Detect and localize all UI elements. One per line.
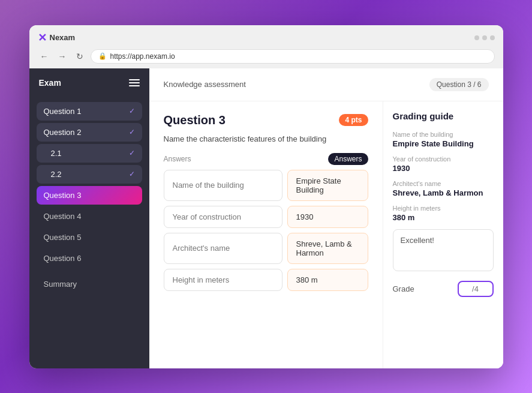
main-content: Knowledge assessment Question 3 / 6 Ques… xyxy=(149,68,503,368)
check-icon-q1: ✓ xyxy=(129,107,135,115)
guide-field-value-architect: Shreve, Lamb & Harmon xyxy=(393,188,494,197)
refresh-button[interactable]: ↻ xyxy=(74,50,86,62)
pts-badge: 4 pts xyxy=(339,114,368,126)
sidebar-item-q22[interactable]: 2.2 ✓ xyxy=(37,165,142,184)
guide-field-building: Name of the building Empire State Buildi… xyxy=(393,131,494,148)
sidebar-summary-label: Summary xyxy=(44,280,77,289)
sidebar-item-q4[interactable]: Question 4 xyxy=(37,207,142,226)
guide-field-label-height: Height in meters xyxy=(393,205,494,212)
guide-field-label-architect: Architect's name xyxy=(393,180,494,187)
question-counter: Question 3 / 6 xyxy=(429,78,489,91)
sidebar-item-label: Question 4 xyxy=(44,212,82,221)
grade-input[interactable] xyxy=(458,281,494,297)
knowledge-assessment-title: Knowledge assessment xyxy=(164,80,246,89)
guide-field-label-building: Name of the building xyxy=(393,131,494,138)
check-icon-q21: ✓ xyxy=(129,149,135,157)
answer-value-1: Empire State Building xyxy=(287,170,368,201)
answers-header: Answers Answers xyxy=(164,153,368,165)
browser-dot-2 xyxy=(482,35,487,40)
check-icon-q2: ✓ xyxy=(129,128,135,136)
answer-value-2: 1930 xyxy=(287,206,368,228)
sidebar-title: Exam xyxy=(39,78,61,88)
answer-row-2: 1930 xyxy=(164,206,368,228)
hamburger-line-3 xyxy=(129,85,140,86)
sidebar-item-q6[interactable]: Question 6 xyxy=(37,249,142,268)
browser-logo: ✕ Nexam xyxy=(38,31,76,44)
sidebar-item-q5[interactable]: Question 5 xyxy=(37,228,142,247)
answer-row-3: Shreve, Lamb & Harmon xyxy=(164,233,368,264)
browser-dot-3 xyxy=(490,35,495,40)
sidebar-item-label: Question 6 xyxy=(44,254,82,263)
sidebar-item-label: 2.2 xyxy=(51,170,62,179)
sidebar: Exam Question 1 ✓ Question 2 ✓ 2.1 xyxy=(29,68,149,368)
browser-dots xyxy=(474,35,495,40)
answer-input-4[interactable] xyxy=(164,269,282,291)
sidebar-item-label: Question 2 xyxy=(44,128,82,137)
nexam-x-icon: ✕ xyxy=(38,31,47,44)
guide-field-label-year: Year of construction xyxy=(393,155,494,163)
browser-window: ✕ Nexam ← → ↻ 🔒 https://app.nexam.io Exa… xyxy=(29,25,503,368)
question-prompt: Name the characteristic features of the … xyxy=(164,134,368,143)
grading-guide: Grading guide Name of the building Empir… xyxy=(383,101,503,368)
browser-dot-1 xyxy=(474,35,479,40)
sidebar-item-label: Question 1 xyxy=(44,107,82,116)
guide-field-value-year: 1930 xyxy=(393,164,494,173)
answers-badge: Answers xyxy=(328,153,368,165)
answer-value-3: Shreve, Lamb & Harmon xyxy=(287,233,368,264)
hamburger-line-1 xyxy=(129,79,140,80)
question-area: Question 3 4 pts Name the characteristic… xyxy=(149,101,383,368)
url-bar[interactable]: 🔒 https://app.nexam.io xyxy=(91,49,495,64)
sidebar-item-summary[interactable]: Summary xyxy=(37,275,142,293)
browser-top-bar: ✕ Nexam xyxy=(38,31,495,44)
main-body: Question 3 4 pts Name the characteristic… xyxy=(149,101,503,368)
sidebar-header: Exam xyxy=(29,68,149,97)
browser-chrome: ✕ Nexam ← → ↻ 🔒 https://app.nexam.io xyxy=(29,25,503,68)
main-header: Knowledge assessment Question 3 / 6 xyxy=(149,68,503,101)
sidebar-item-label: 2.1 xyxy=(51,149,62,158)
sidebar-item-q2[interactable]: Question 2 ✓ xyxy=(37,123,142,142)
answer-value-4: 380 m xyxy=(287,269,368,291)
url-text: https://app.nexam.io xyxy=(110,52,175,61)
guide-field-height: Height in meters 380 m xyxy=(393,205,494,222)
sidebar-item-q21[interactable]: 2.1 ✓ xyxy=(37,144,142,163)
answer-input-3[interactable] xyxy=(164,233,282,264)
guide-field-value-height: 380 m xyxy=(393,213,494,222)
answers-section: Answers Answers Empire State Building 19… xyxy=(164,153,368,296)
app-layout: Exam Question 1 ✓ Question 2 ✓ 2.1 xyxy=(29,68,503,368)
question-title: Question 3 xyxy=(164,113,226,127)
question-header: Question 3 4 pts xyxy=(164,113,368,127)
back-button[interactable]: ← xyxy=(38,50,51,62)
hamburger-line-2 xyxy=(129,82,140,83)
lock-icon: 🔒 xyxy=(98,52,107,60)
browser-logo-text: Nexam xyxy=(50,33,76,42)
forward-button[interactable]: → xyxy=(56,50,69,62)
answers-label: Answers xyxy=(164,155,191,163)
sidebar-item-label: Question 3 xyxy=(44,191,82,200)
guide-field-year: Year of construction 1930 xyxy=(393,155,494,173)
answer-input-1[interactable] xyxy=(164,170,282,201)
sidebar-item-q3[interactable]: Question 3 xyxy=(37,186,142,205)
sidebar-item-label: Question 5 xyxy=(44,233,82,242)
grade-label: Grade xyxy=(393,284,414,293)
guide-field-value-building: Empire State Building xyxy=(393,139,494,148)
hamburger-icon[interactable] xyxy=(129,79,140,86)
check-icon-q22: ✓ xyxy=(129,170,135,178)
grading-guide-title: Grading guide xyxy=(393,111,494,121)
sidebar-item-q1[interactable]: Question 1 ✓ xyxy=(37,102,142,121)
grade-row: Grade xyxy=(393,281,494,297)
feedback-box[interactable]: Excellent! xyxy=(393,229,494,271)
answer-row-4: 380 m xyxy=(164,269,368,291)
guide-field-architect: Architect's name Shreve, Lamb & Harmon xyxy=(393,180,494,197)
answer-row-1: Empire State Building xyxy=(164,170,368,201)
sidebar-nav: Question 1 ✓ Question 2 ✓ 2.1 ✓ 2.2 ✓ Qu… xyxy=(29,97,149,368)
browser-nav-bar: ← → ↻ 🔒 https://app.nexam.io xyxy=(38,49,495,68)
answer-input-2[interactable] xyxy=(164,206,282,228)
